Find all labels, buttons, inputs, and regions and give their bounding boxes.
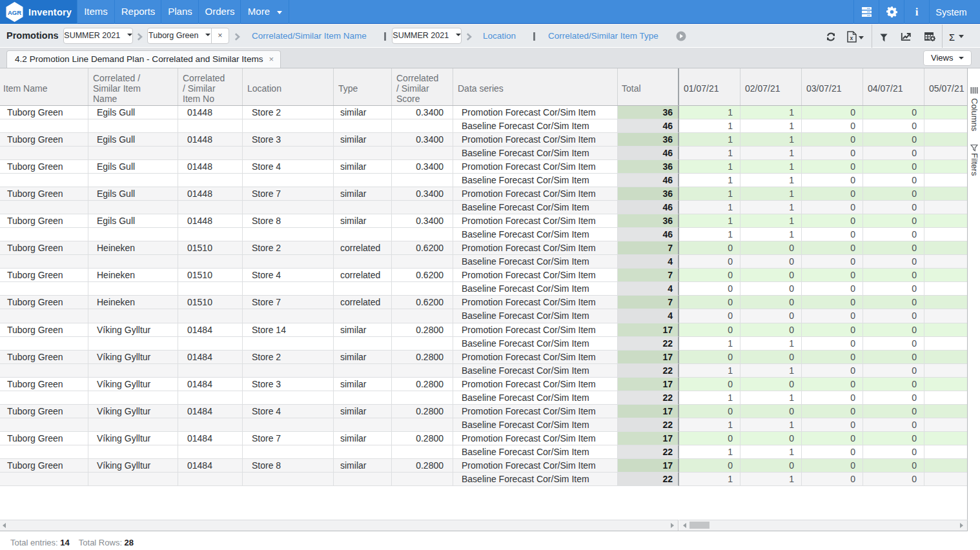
svg-text:x: x — [850, 35, 853, 41]
svg-text:AGR: AGR — [8, 9, 21, 16]
